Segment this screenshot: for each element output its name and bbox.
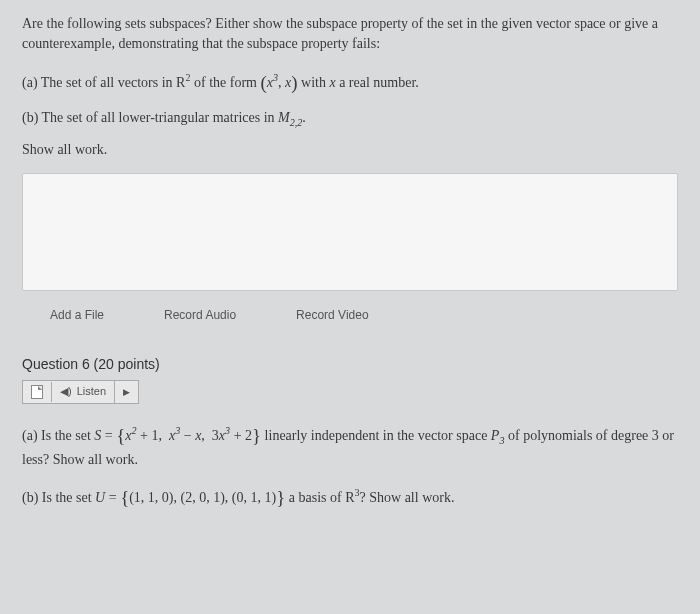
- rbrace: }: [252, 425, 261, 446]
- q5-show-work: Show all work.: [22, 140, 678, 160]
- listen-seg[interactable]: ◀)Listen: [52, 381, 115, 403]
- q5b-pre: (b) The set of all lower-triangular matr…: [22, 110, 278, 125]
- p3a: 3: [212, 428, 219, 443]
- p1b: + 1: [137, 428, 159, 443]
- eq2: =: [105, 490, 120, 505]
- poly1: x2: [125, 428, 136, 443]
- vec2: (2, 0, 1): [181, 490, 225, 505]
- bb-R3: R: [345, 490, 354, 505]
- bb-R-sup: 2: [185, 72, 190, 83]
- q6a-mid: linearly independent in the vector space: [265, 428, 491, 443]
- listen-doc-seg[interactable]: [23, 382, 52, 402]
- media-toolbar: Add a File Record Audio Record Video: [22, 301, 678, 334]
- q5b-period: .: [302, 110, 306, 125]
- listen-play-seg[interactable]: ▶: [115, 383, 138, 402]
- q5a-pre: (a) The set of all vectors in: [22, 75, 176, 90]
- set-U: U: [95, 490, 105, 505]
- play-icon: ▶: [123, 386, 130, 399]
- lbrace2: {: [120, 487, 129, 508]
- q5-part-a: (a) The set of all vectors in R2 of the …: [22, 69, 678, 96]
- record-audio-button[interactable]: Record Audio: [164, 307, 236, 324]
- q5a-post: with: [301, 75, 329, 90]
- vector-space-R2: R2: [176, 75, 190, 90]
- space-P3: P3: [491, 428, 505, 443]
- poly2c: x: [195, 428, 201, 443]
- q5a-mid: of the form: [194, 75, 260, 90]
- q5-intro: Are the following sets subspaces? Either…: [22, 14, 678, 55]
- q5a-tail: a real number.: [339, 75, 419, 90]
- q6-part-b: (b) Is the set U = {(1, 1, 0), (2, 0, 1)…: [22, 484, 678, 511]
- space-R3: R3: [345, 490, 359, 505]
- p3c: + 2: [230, 428, 252, 443]
- q6-part-a: (a) Is the set S = {x2 + 1, x3 − x, 3x3 …: [22, 422, 678, 470]
- tuple-x1: x3: [267, 75, 278, 90]
- speaker-icon: ◀): [60, 384, 72, 400]
- P-sub: 3: [499, 435, 504, 446]
- q6b-pre: (b) Is the set: [22, 490, 95, 505]
- q6b-mid: a basis of: [289, 490, 345, 505]
- var-x: x: [329, 75, 335, 90]
- document-icon: [31, 385, 43, 399]
- rparen: ): [291, 72, 297, 93]
- listen-bar[interactable]: ◀)Listen ▶: [22, 380, 139, 404]
- matrix-space-M: M2,2: [278, 110, 302, 125]
- add-file-button[interactable]: Add a File: [50, 307, 104, 324]
- poly3b: x3: [219, 428, 230, 443]
- M-sub: 2,2: [290, 117, 303, 128]
- q5-part-b: (b) The set of all lower-triangular matr…: [22, 108, 678, 128]
- eq1: =: [101, 428, 116, 443]
- q6b-post: ? Show all work.: [360, 490, 455, 505]
- q6-header: Question 6 (20 points): [22, 354, 678, 374]
- answer-textarea[interactable]: [22, 173, 678, 291]
- M-letter: M: [278, 110, 290, 125]
- listen-label: Listen: [77, 384, 106, 400]
- rbrace2: }: [276, 487, 285, 508]
- q6a-pre: (a) Is the set: [22, 428, 94, 443]
- vec1: (1, 1, 0): [129, 490, 173, 505]
- vec3: (0, 1, 1): [232, 490, 276, 505]
- poly2a: x3: [169, 428, 180, 443]
- record-video-button[interactable]: Record Video: [296, 307, 369, 324]
- lbrace: {: [116, 425, 125, 446]
- tuple-sep: ,: [278, 75, 285, 90]
- p2b: −: [180, 428, 195, 443]
